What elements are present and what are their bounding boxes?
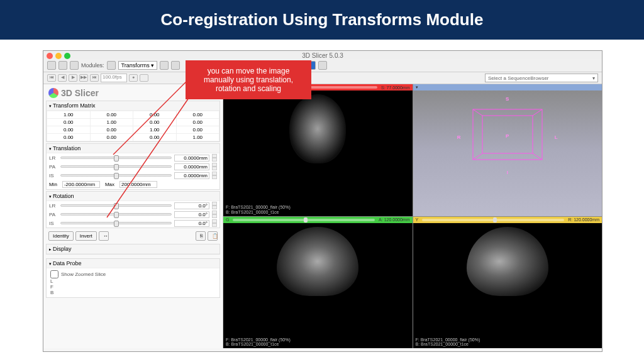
show-zoomed-label: Show Zoomed Slice: [61, 272, 106, 277]
slicer-logo-icon: [48, 88, 58, 98]
svg-line-4: [473, 153, 482, 160]
sequence-browser-selector[interactable]: Select a SequenceBrowser▾: [485, 74, 598, 82]
yellow-slice-label: Y: [416, 217, 419, 222]
app-title: 3D Slicer 5.0.3: [43, 52, 602, 59]
annotation-callout: you can move the image manually using tr…: [186, 60, 311, 99]
green-slice-slider[interactable]: [233, 219, 375, 221]
load-data-icon[interactable]: [47, 61, 56, 70]
yellow-slice-slider[interactable]: [422, 219, 564, 221]
red-slice-view[interactable]: R S: 77.0000mm F: BraTS2021_00000_flair …: [223, 84, 413, 216]
threed-label: ▾: [416, 85, 418, 90]
dataprobe-l: L: [50, 278, 216, 284]
maximize-window-button[interactable]: [64, 53, 70, 59]
dataprobe-f: F: [50, 284, 216, 290]
threed-p-label: P: [506, 133, 509, 139]
svg-line-2: [473, 109, 482, 116]
rotation-pa-label: PA: [49, 212, 58, 217]
svg-line-3: [533, 109, 542, 116]
translation-lr-label: LR: [49, 155, 58, 161]
yellow-slice-coord: R: 120.0000mm: [568, 217, 599, 222]
threed-l-label: L: [555, 134, 558, 140]
sagittal-brain-image: [467, 227, 548, 296]
minimize-window-button[interactable]: [55, 53, 62, 59]
dataprobe-header[interactable]: Data Probe: [47, 259, 219, 268]
bounding-box: S I R L P: [464, 100, 552, 169]
green-slice-footer: F: BraTS2021_00000_flair (50%)B: BraTS20…: [226, 337, 291, 347]
yellow-slice-view[interactable]: Y R: 120.0000mm F: BraTS2021_00000_flair…: [413, 217, 602, 349]
threed-s-label: S: [506, 96, 509, 102]
green-slice-bar[interactable]: G A: 120.0000mm: [223, 217, 413, 223]
rotation-lr-label: LR: [49, 203, 58, 209]
seq-first-button[interactable]: ⏮: [47, 74, 56, 82]
translation-is-label: IS: [49, 173, 58, 178]
dataprobe-b: B: [50, 290, 216, 295]
translation-min-label: Min: [49, 182, 57, 187]
green-slice-coord: A: 120.0000mm: [379, 217, 409, 222]
show-zoomed-checkbox[interactable]: [50, 270, 58, 278]
close-window-button[interactable]: [47, 53, 53, 59]
rotation-is-label: IS: [49, 221, 58, 226]
green-slice-view[interactable]: G A: 120.0000mm F: BraTS2021_00000_flair…: [223, 217, 413, 349]
red-slice-coord: S: 77.0000mm: [381, 85, 410, 90]
threed-bar[interactable]: ▾: [413, 84, 602, 90]
dataprobe-section: Data Probe Show Zoomed Slice L F B: [46, 258, 220, 298]
threed-r-label: R: [457, 134, 461, 140]
slide-title: Co-registration Using Transforms Module: [0, 0, 644, 40]
svg-line-5: [533, 153, 542, 160]
python-console-icon[interactable]: [318, 61, 327, 70]
svg-line-6: [113, 79, 189, 155]
yellow-slice-bar[interactable]: Y R: 120.0000mm: [413, 217, 602, 223]
translation-pa-label: PA: [49, 164, 58, 170]
slice-views: R S: 77.0000mm F: BraTS2021_00000_flair …: [223, 84, 602, 348]
svg-line-7: [107, 98, 189, 217]
axial-brain-image: [289, 94, 346, 163]
coronal-brain-image: [277, 227, 358, 296]
yellow-slice-footer: F: BraTS2021_00000_flair (50%)B: BraTS20…: [416, 337, 480, 347]
threed-i-label: I: [507, 170, 508, 175]
threed-view[interactable]: ▾ S I R L P: [413, 84, 602, 216]
